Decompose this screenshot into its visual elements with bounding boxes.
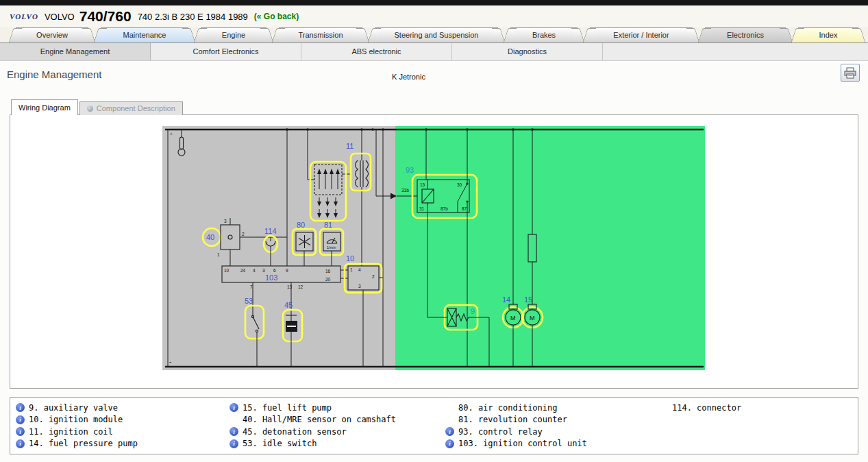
info-icon[interactable]: i [16,439,25,448]
svg-text:15: 15 [420,182,425,187]
brand-text: VOLVO [45,12,75,22]
legend-item-11: i 11. ignition coil [16,426,230,438]
svg-text:40: 40 [206,233,214,241]
svg-text:6: 6 [273,268,276,273]
tab-steering-and-suspension[interactable]: Steering and Suspension [375,27,498,42]
svg-text:93: 93 [406,166,414,174]
info-icon[interactable]: i [230,439,238,448]
info-icon[interactable]: i [230,427,238,436]
svg-text:14: 14 [502,295,510,304]
tab-wiring-diagram[interactable]: Wiring Diagram [11,99,78,115]
info-icon[interactable]: i [230,403,238,412]
subtab-engine-management[interactable]: Engine Management [0,43,151,60]
legend-item-15: i 15. fuel lift pump [230,402,445,414]
svg-text:10: 10 [224,268,230,273]
svg-text:3: 3 [358,284,361,289]
svg-text:16: 16 [325,269,331,273]
svg-text:24: 24 [240,268,246,273]
legend-item-114: 114. connector [659,402,741,414]
tab-brakes[interactable]: Brakes [510,27,578,42]
svg-text:1: 1 [350,267,353,272]
svg-text:87b: 87b [441,206,448,211]
tab-electronics[interactable]: Electronics [705,27,786,42]
subtab-abs-electronic[interactable]: ABS electronic [301,43,452,60]
svg-text:4: 4 [358,267,361,272]
svg-text:2: 2 [372,274,375,279]
legend-item-label: 11. ignition coil [29,427,113,437]
diagram-panel: + - [10,114,858,389]
legend-item-label: 53. idle switch [243,439,317,448]
header: VOLVO VOLVO 740/760 740 2.3i B 230 E 198… [0,5,868,27]
legend-item-9: i 9. auxiliary valve [16,402,230,414]
svg-text:80: 80 [297,221,305,229]
tab-overview[interactable]: Overview [16,27,88,42]
tab-index[interactable]: Index [798,27,858,42]
svg-text:11: 11 [346,142,354,150]
wiring-diagram[interactable]: + - [162,126,705,370]
legend-column-4: 114. connector [659,402,741,450]
disabled-dot-icon [87,106,93,112]
system-label: K Jetronic [392,73,425,81]
subtab-comfort-electronics[interactable]: Comfort Electronics [151,43,301,60]
legend-item-40: 40. Hall/MRE sensor on camshaft [230,414,445,426]
window-chrome-strip [0,0,868,5]
legend-item-label: 93. control relay [458,427,543,437]
svg-text:M: M [510,315,516,321]
legend-item-label: 103. ignition control unit [458,439,587,448]
svg-text:53: 53 [245,297,253,305]
svg-text:10: 10 [346,254,354,263]
app-window: VOLVO VOLVO 740/760 740 2.3i B 230 E 198… [0,0,868,462]
legend-panel: i 9. auxiliary valve i 10. ignition modu… [10,397,858,454]
legend-item-14: i 14. fuel pressure pump [16,438,230,450]
tab-component-description-label: Component Description [97,102,175,115]
info-icon[interactable]: i [16,427,25,436]
svg-text:30: 30 [457,182,462,187]
tab-engine[interactable]: Engine [201,27,266,42]
info-icon[interactable]: i [445,439,454,448]
svg-text:7: 7 [250,284,253,289]
svg-text:3: 3 [262,268,265,273]
main-content: Engine Management K Jetronic Wiring Diag… [0,61,868,462]
svg-text:1: 1 [217,252,220,257]
svg-text:9: 9 [471,307,475,315]
legend-item-label: 40. Hall/MRE sensor on camshaft [243,415,396,424]
model-variant: 740 2.3i B 230 E 1984 1989 [138,12,248,22]
svg-text:9: 9 [286,268,288,273]
svg-text:114: 114 [264,227,277,235]
info-icon[interactable]: i [16,415,25,424]
sub-tab-bar: Engine Management Comfort Electronics AB… [0,43,868,61]
printer-icon [843,67,857,79]
legend-item-label: 10. ignition module [29,415,123,424]
legend-column-3: 80. air conditioning 81. revolution coun… [445,402,659,450]
svg-text:15: 15 [524,295,532,304]
legend-item-label: 80. air conditioning [458,403,558,413]
info-icon[interactable]: i [16,403,25,412]
tab-exterior-interior[interactable]: Exterior / Interior [590,27,693,42]
legend-item-53: i 53. idle switch [230,438,445,450]
svg-text:31b: 31b [401,188,409,193]
diagram-highlighted-region [395,126,705,370]
go-back-link[interactable]: (« Go back) [254,12,299,21]
svg-text:+: + [170,132,173,136]
legend-item-label: 14. fuel pressure pump [29,439,138,448]
legend-item-label: 114. connector [672,403,741,413]
svg-text:20: 20 [325,277,331,282]
svg-text:-: - [169,358,171,365]
svg-text:87: 87 [462,206,467,211]
tab-maintenance[interactable]: Maintenance [101,27,188,42]
legend-item-label: 15. fuel lift pump [243,403,332,413]
legend-item-45: i 45. detonation sensor [230,426,445,438]
print-button[interactable] [841,64,860,82]
main-tab-bar: Overview Maintenance Engine Transmission… [0,27,868,43]
svg-text:12: 12 [298,284,303,289]
legend-column-2: i 15. fuel lift pump 40. Hall/MRE sensor… [230,402,445,450]
svg-text:2: 2 [242,232,245,236]
model-title: 740/760 [79,8,132,25]
tab-transmission[interactable]: Transmission [279,27,362,42]
tab-component-description[interactable]: Component Description [79,101,183,115]
legend-item-81: 81. revolution counter [445,414,659,426]
svg-text:81: 81 [324,221,332,229]
info-icon[interactable]: i [445,427,454,436]
legend-item-80: 80. air conditioning [445,402,659,414]
subtab-diagnostics[interactable]: Diagnostics [452,43,603,60]
